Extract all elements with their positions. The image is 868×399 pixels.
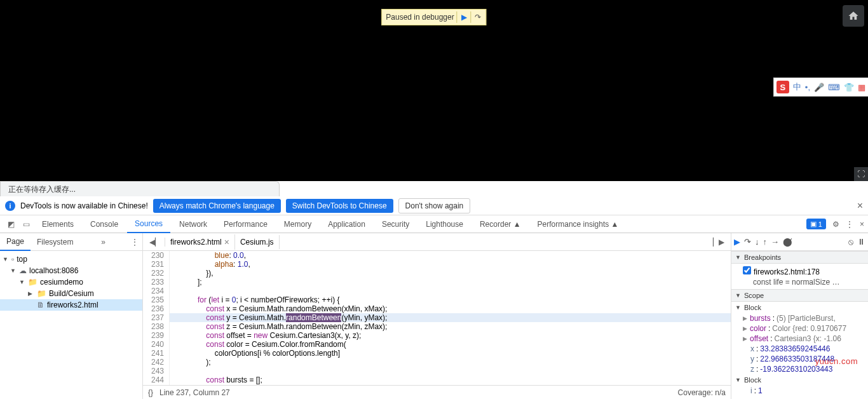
sogou-icon: S (776, 81, 789, 93)
file-tab-fireworks[interactable]: fireworks2.html× (165, 234, 235, 250)
tab-elements[interactable]: Elements (34, 216, 81, 233)
info-icon: i (5, 201, 15, 211)
file-tree: ▼▫ top ▼☁ localhost:8086 ▼📁 cesiumdemo ▶… (0, 251, 142, 399)
resume-button[interactable]: ▶ (734, 237, 740, 247)
nav-more-icon[interactable]: » (97, 238, 109, 247)
code-line: }), (170, 269, 731, 278)
coverage-status: Coverage: n/a (678, 388, 726, 397)
pause-button[interactable]: ⏸ (857, 237, 865, 247)
browser-tab[interactable]: 正在等待存入缓存... (0, 181, 280, 198)
ime-menu-icon[interactable]: ▦ (858, 83, 865, 92)
scope-var-offset[interactable]: ▶offset: Cartesian3 {x: -1.06 (731, 334, 868, 344)
more-icon[interactable]: ⋮ (846, 220, 853, 229)
tab-security[interactable]: Security (374, 216, 417, 233)
toggle-debug-icon[interactable]: ▏▶ (709, 238, 728, 247)
code-line: const color = Cesium.Color.fromRandom( (170, 340, 731, 349)
paused-debugger-badge: Paused in debugger ▶ ↷ (381, 9, 486, 25)
dont-show-button[interactable]: Don't show again (398, 198, 471, 213)
debugger-panel: ▶ ↷ ↓ ↑ → ⬤̸ ⦸ ⏸ ▼Breakpoints fireworks2… (731, 233, 868, 399)
scope-var-bursts[interactable]: ▶bursts: (5) [ParticleBurst, (731, 313, 868, 323)
switch-chinese-button[interactable]: Switch DevTools to Chinese (286, 199, 393, 213)
braces-icon[interactable]: {} (148, 388, 153, 397)
page-viewport: Paused in debugger ▶ ↷ S 中 •, 🎤 ⌨ 👕 ▦ ⛶ (0, 0, 868, 181)
navigator-panel: Page Filesystem » ⋮ ▼▫ top ▼☁ localhost:… (0, 233, 143, 399)
tab-lighthouse[interactable]: Lighthouse (418, 216, 471, 233)
step-out-button[interactable]: ↑ (763, 237, 768, 247)
scope-header[interactable]: ▼Scope (731, 289, 868, 302)
scope-var-z[interactable]: z: -19.36226310203443 (731, 364, 868, 374)
step-over-button[interactable]: ↷ (744, 237, 751, 247)
scope-var-color[interactable]: ▶color: Color {red: 0.9170677 (731, 323, 868, 334)
scope-block-1[interactable]: ▼Block (731, 302, 868, 313)
resume-icon[interactable]: ▶ (457, 11, 468, 23)
tab-console[interactable]: Console (83, 216, 126, 233)
tree-top[interactable]: ▼▫ top (0, 254, 142, 265)
code-line (170, 287, 731, 295)
fullscreen-button[interactable]: ⛶ (854, 167, 868, 181)
debug-controls: ▶ ↷ ↓ ↑ → ⬤̸ ⦸ ⏸ (731, 233, 868, 251)
devtools-panel: i DevTools is now available in Chinese! … (0, 196, 868, 399)
toggle-nav-icon[interactable]: ◀▏ (146, 238, 165, 247)
pause-exception-button[interactable]: ⦸ (848, 237, 853, 247)
inspect-icon[interactable]: ◩ (4, 220, 18, 229)
scope-var-i[interactable]: i: 1 (731, 386, 868, 396)
scope-var-y[interactable]: y: 22.968633503187448 (731, 354, 868, 364)
tab-network[interactable]: Network (172, 216, 215, 233)
devtools-close-icon[interactable]: × (860, 220, 864, 229)
breakpoints-header[interactable]: ▼Breakpoints (731, 251, 868, 264)
deactivate-bp-button[interactable]: ⬤̸ (783, 237, 792, 247)
close-tab-icon[interactable]: × (224, 237, 229, 247)
close-icon[interactable]: × (857, 200, 863, 212)
code-line: blue: 0.0, (170, 251, 731, 260)
tab-performance[interactable]: Performance (216, 216, 275, 233)
code-line: alpha: 1.0, (170, 260, 731, 269)
tab-application[interactable]: Application (320, 216, 373, 233)
match-language-button[interactable]: Always match Chrome's language (153, 199, 281, 213)
file-tab-cesium[interactable]: Cesium.js (235, 235, 280, 249)
ime-lang[interactable]: 中 (793, 81, 801, 93)
code-line: for (let i = 0; i < numberOfFireworks; +… (170, 295, 731, 304)
tree-file-fireworks[interactable]: 🗎 fireworks2.html (0, 299, 142, 311)
scope-block-2[interactable]: ▼Block (731, 374, 868, 386)
device-icon[interactable]: ▭ (19, 220, 33, 229)
tab-memory[interactable]: Memory (276, 216, 319, 233)
code-line: colorOptions[i % colorOptions.length] (170, 349, 731, 358)
editor-panel: ◀▏ fireworks2.html× Cesium.js ▏▶ 2302312… (143, 233, 731, 399)
step-into-button[interactable]: ↓ (755, 237, 759, 247)
ime-punct[interactable]: •, (805, 83, 810, 92)
ime-skin-icon[interactable]: 👕 (844, 83, 854, 92)
filesystem-subtab[interactable]: Filesystem (31, 234, 79, 250)
code-lines: blue: 0.0, alpha: 1.0, }), ]; for (let i… (170, 251, 731, 385)
step-icon[interactable]: ↷ (471, 11, 482, 23)
breakpoint-item[interactable]: fireworks2.html:178 (731, 265, 868, 278)
devtools-tabs: ◩ ▭ Elements Console Sources Network Per… (0, 215, 868, 233)
code-editor[interactable]: 2302312322332342352362372382392402412422… (143, 251, 731, 385)
issues-badge[interactable]: ▣ 1 (806, 219, 826, 229)
ime-keyboard-icon[interactable]: ⌨ (828, 83, 840, 92)
tree-folder-cesiumdemo[interactable]: ▼📁 cesiumdemo (0, 276, 142, 288)
tab-recorder[interactable]: Recorder ▲ (472, 216, 529, 233)
settings-icon[interactable]: ⚙ (832, 220, 839, 229)
page-subtab[interactable]: Page (0, 233, 31, 251)
language-info-bar: i DevTools is now available in Chinese! … (0, 196, 868, 215)
editor-tabs: ◀▏ fireworks2.html× Cesium.js ▏▶ (143, 233, 731, 251)
tab-perf-insights[interactable]: Performance insights ▲ (530, 216, 627, 233)
ime-mic-icon[interactable]: 🎤 (814, 83, 824, 92)
code-line: const z = Cesium.Math.randomBetween(zMin… (170, 322, 731, 331)
info-message: DevTools is now available in Chinese! (20, 201, 148, 210)
breakpoint-code: const life = normalSize … (731, 278, 868, 288)
tree-folder-build[interactable]: ▶📁 Build/Cesium (0, 288, 142, 299)
code-line: const bursts = []; (170, 375, 731, 384)
scope-var-x[interactable]: x: 33.28383659245446 (731, 344, 868, 354)
code-line: ); (170, 358, 731, 367)
home-button[interactable] (843, 5, 864, 27)
tab-sources[interactable]: Sources (127, 215, 170, 233)
step-button[interactable]: → (771, 237, 779, 247)
tree-host[interactable]: ▼☁ localhost:8086 (0, 265, 142, 276)
line-gutter: 2302312322332342352362372382392402412422… (143, 251, 170, 385)
cursor-position: Line 237, Column 27 (159, 388, 230, 397)
code-line: const offset = new Cesium.Cartesian3(x, … (170, 331, 731, 340)
nav-menu-icon[interactable]: ⋮ (127, 238, 142, 247)
breakpoint-checkbox[interactable] (743, 266, 751, 274)
ime-toolbar[interactable]: S 中 •, 🎤 ⌨ 👕 ▦ (773, 78, 868, 97)
